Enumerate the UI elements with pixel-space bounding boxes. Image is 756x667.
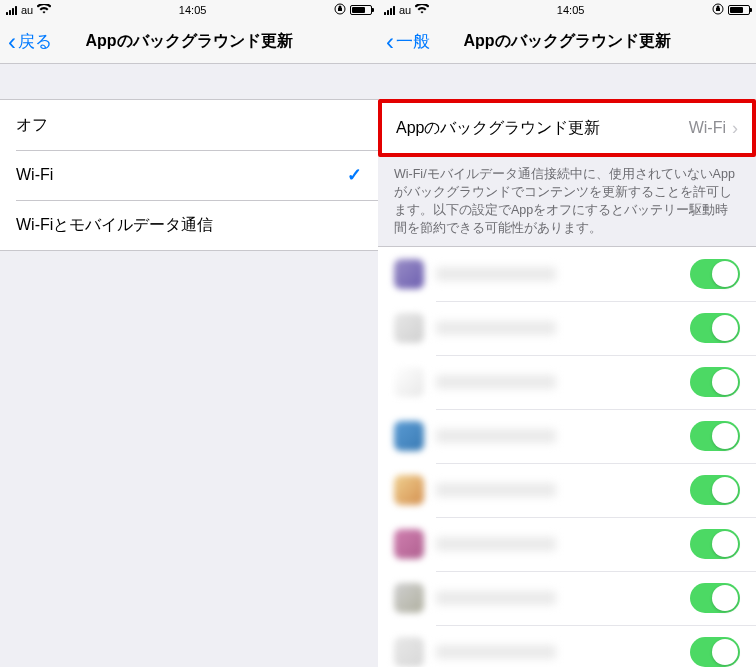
app-toggle[interactable] [690, 529, 740, 559]
phone-right: au 14:05 ‹ 一般 Appのバックグラウンド更新 Appのバックグラウン… [378, 0, 756, 667]
app-row [378, 409, 756, 463]
back-label: 一般 [396, 30, 430, 53]
battery-icon [728, 5, 750, 15]
highlighted-setting: Appのバックグラウンド更新 Wi-Fi › [378, 99, 756, 157]
app-row [378, 625, 756, 668]
app-icon [394, 583, 424, 613]
app-toggle[interactable] [690, 367, 740, 397]
app-icon [394, 313, 424, 343]
back-button[interactable]: ‹ 戻る [8, 30, 52, 54]
app-icon [394, 637, 424, 667]
clock-label: 14:05 [179, 4, 207, 16]
app-name-blurred [436, 321, 556, 335]
signal-icon [384, 5, 395, 15]
app-row [378, 301, 756, 355]
app-name-blurred [436, 429, 556, 443]
back-button[interactable]: ‹ 一般 [386, 30, 430, 54]
setting-label: Appのバックグラウンド更新 [396, 118, 689, 139]
battery-icon [350, 5, 372, 15]
app-toggle[interactable] [690, 421, 740, 451]
app-row [378, 517, 756, 571]
option-label: Wi-Fi [16, 166, 53, 184]
back-label: 戻る [18, 30, 52, 53]
app-toggle[interactable] [690, 259, 740, 289]
app-row [378, 463, 756, 517]
status-bar: au 14:05 [0, 0, 378, 20]
wifi-icon [37, 3, 51, 17]
chevron-left-icon: ‹ [386, 30, 394, 54]
app-icon [394, 475, 424, 505]
option-label: Wi-Fiとモバイルデータ通信 [16, 215, 213, 236]
carrier-label: au [399, 4, 411, 16]
clock-label: 14:05 [557, 4, 585, 16]
app-toggle[interactable] [690, 475, 740, 505]
footer-description: Wi-Fi/モバイルデータ通信接続中に、使用されていないAppがバックグラウンド… [378, 157, 756, 246]
chevron-left-icon: ‹ [8, 30, 16, 54]
checkmark-icon: ✓ [347, 164, 362, 186]
app-toggle[interactable] [690, 637, 740, 667]
setting-value: Wi-Fi [689, 119, 726, 137]
app-row [378, 247, 756, 301]
app-toggle[interactable] [690, 313, 740, 343]
app-icon [394, 367, 424, 397]
app-name-blurred [436, 645, 556, 659]
app-icon [394, 529, 424, 559]
carrier-label: au [21, 4, 33, 16]
status-bar: au 14:05 [378, 0, 756, 20]
app-icon [394, 259, 424, 289]
page-title: Appのバックグラウンド更新 [0, 31, 378, 52]
wifi-icon [415, 3, 429, 17]
orientation-lock-icon [334, 3, 346, 17]
app-name-blurred [436, 537, 556, 551]
app-name-blurred [436, 483, 556, 497]
nav-bar: ‹ 戻る Appのバックグラウンド更新 [0, 20, 378, 64]
orientation-lock-icon [712, 3, 724, 17]
options-list: オフWi-Fi✓Wi-Fiとモバイルデータ通信 [0, 99, 378, 251]
page-title: Appのバックグラウンド更新 [378, 31, 756, 52]
app-name-blurred [436, 591, 556, 605]
app-name-blurred [436, 267, 556, 281]
option-row[interactable]: Wi-Fiとモバイルデータ通信 [0, 200, 378, 250]
app-icon [394, 421, 424, 451]
chevron-right-icon: › [732, 118, 738, 139]
phone-left: au 14:05 ‹ 戻る Appのバックグラウンド更新 オフWi-Fi✓Wi-… [0, 0, 378, 667]
option-row[interactable]: Wi-Fi✓ [0, 150, 378, 200]
option-label: オフ [16, 115, 48, 136]
background-refresh-row[interactable]: Appのバックグラウンド更新 Wi-Fi › [382, 103, 752, 153]
app-name-blurred [436, 375, 556, 389]
app-list [378, 246, 756, 668]
app-toggle[interactable] [690, 583, 740, 613]
app-row [378, 355, 756, 409]
app-row [378, 571, 756, 625]
option-row[interactable]: オフ [0, 100, 378, 150]
nav-bar: ‹ 一般 Appのバックグラウンド更新 [378, 20, 756, 64]
signal-icon [6, 5, 17, 15]
